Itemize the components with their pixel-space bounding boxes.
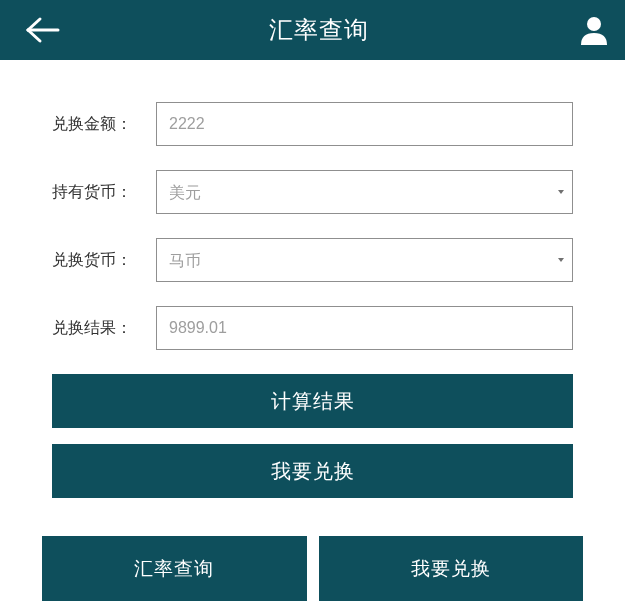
amount-input[interactable] [156,102,573,146]
nav-want-exchange[interactable]: 我要兑换 [319,536,584,601]
row-from-currency: 持有货币： 美元 [52,170,573,214]
nav-rate-query[interactable]: 汇率查询 [42,536,307,601]
label-from-currency: 持有货币： [52,182,156,203]
bottom-nav: 汇率查询 我要兑换 [42,536,583,601]
svg-point-3 [587,17,601,31]
svg-line-2 [28,30,40,41]
exchange-button[interactable]: 我要兑换 [52,444,573,498]
calculate-button[interactable]: 计算结果 [52,374,573,428]
back-arrow-icon[interactable] [24,16,60,44]
label-to-currency: 兑换货币： [52,250,156,271]
label-result: 兑换结果： [52,318,156,339]
row-to-currency: 兑换货币： 马币 [52,238,573,282]
form-area: 兑换金额： 持有货币： 美元 兑换货币： 马币 兑换结果： 计算结果 我要兑换 [0,60,625,498]
app-header: 汇率查询 [0,0,625,60]
profile-icon[interactable] [577,13,611,47]
from-currency-select[interactable]: 美元 [156,170,573,214]
page-title: 汇率查询 [60,14,577,46]
result-input[interactable] [156,306,573,350]
to-currency-select[interactable]: 马币 [156,238,573,282]
row-result: 兑换结果： [52,306,573,350]
nav-divider [307,536,319,601]
svg-line-1 [28,19,40,30]
row-amount: 兑换金额： [52,102,573,146]
label-amount: 兑换金额： [52,114,156,135]
